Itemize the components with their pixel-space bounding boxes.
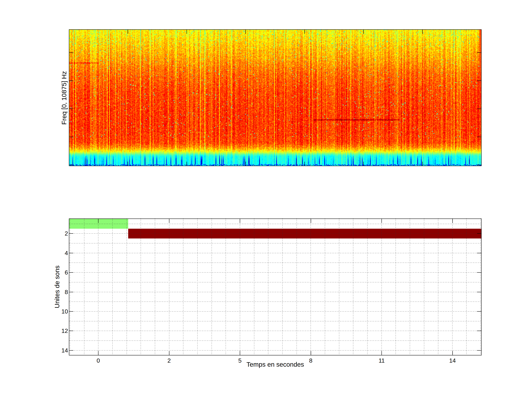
act-right-tick-0 — [477, 233, 481, 234]
act-top-tick-2 — [240, 219, 240, 223]
spec-top-tick-3 — [304, 30, 305, 34]
spec-top-tick-4 — [363, 30, 364, 34]
act-top-tick-3 — [311, 219, 311, 223]
spec-right-tick-0 — [477, 52, 481, 53]
act-right-tick-2 — [477, 272, 481, 273]
spec-top-tick-0 — [128, 30, 128, 34]
units-xlabel: Temps en secondes — [247, 361, 304, 368]
axis-tick-layer — [69, 219, 481, 355]
act-right-tick-4 — [477, 311, 481, 312]
spec-top-tick-2 — [246, 30, 246, 34]
spectrogram-ylabel: Freq [0, 10875] Hz — [60, 71, 68, 125]
act-left-tick-1 — [69, 253, 73, 253]
act-right-tick-3 — [477, 292, 481, 292]
act-bottom-tick-0 — [98, 351, 98, 355]
act-left-tick-2 — [69, 272, 73, 273]
act-left-tick-4 — [69, 311, 73, 312]
spec-bottom-tick-1 — [187, 162, 187, 166]
spec-right-tick-1 — [477, 81, 481, 81]
spec-bottom-tick-3 — [304, 162, 305, 166]
spectrogram-tick-layer — [69, 30, 481, 166]
spec-top-tick-5 — [422, 30, 423, 34]
y-tick-label-0: 2 — [53, 230, 68, 237]
spec-left-tick-1 — [69, 81, 73, 81]
act-bottom-tick-5 — [452, 351, 453, 355]
y-tick-label-1: 4 — [53, 250, 68, 256]
spec-top-tick-1 — [187, 30, 187, 34]
act-bottom-tick-2 — [240, 351, 240, 355]
act-left-tick-3 — [69, 292, 73, 292]
spectrogram-plot — [69, 29, 481, 166]
act-top-tick-4 — [381, 219, 382, 223]
spec-left-tick-3 — [69, 137, 73, 137]
spec-bottom-tick-5 — [422, 162, 423, 166]
act-right-tick-1 — [477, 253, 481, 253]
x-tick-label-1: 2 — [160, 357, 178, 364]
spec-bottom-tick-0 — [128, 162, 128, 166]
spec-left-tick-4 — [69, 165, 73, 165]
act-top-tick-0 — [98, 219, 98, 223]
y-tick-label-6: 14 — [53, 347, 68, 354]
act-top-tick-1 — [169, 219, 169, 223]
spec-left-tick-2 — [69, 109, 73, 109]
y-tick-label-5: 12 — [53, 328, 68, 334]
x-tick-label-4: 11 — [372, 357, 391, 364]
act-left-tick-5 — [69, 331, 73, 331]
spec-right-tick-4 — [477, 165, 481, 165]
act-bottom-tick-4 — [381, 351, 382, 355]
act-left-tick-0 — [69, 233, 73, 234]
spec-left-tick-0 — [69, 52, 73, 53]
act-top-tick-5 — [452, 219, 453, 223]
spec-bottom-tick-2 — [246, 162, 246, 166]
act-right-tick-5 — [477, 331, 481, 331]
spec-right-tick-3 — [477, 137, 481, 137]
x-tick-label-3: 8 — [302, 357, 320, 364]
y-tick-label-3: 8 — [53, 289, 68, 295]
y-tick-label-4: 10 — [53, 308, 68, 315]
act-right-tick-6 — [477, 350, 481, 351]
x-tick-label-5: 14 — [443, 357, 462, 364]
act-bottom-tick-1 — [169, 351, 169, 355]
act-left-tick-6 — [69, 350, 73, 351]
units-plot — [69, 219, 481, 355]
spec-right-tick-2 — [477, 109, 481, 109]
act-bottom-tick-3 — [311, 351, 311, 355]
x-tick-label-0: 0 — [89, 357, 108, 364]
spec-bottom-tick-4 — [363, 162, 364, 166]
y-tick-label-2: 6 — [53, 269, 68, 276]
matlab-figure: Freq [0, 10875] Hz Unites de sons 246810… — [0, 0, 532, 399]
